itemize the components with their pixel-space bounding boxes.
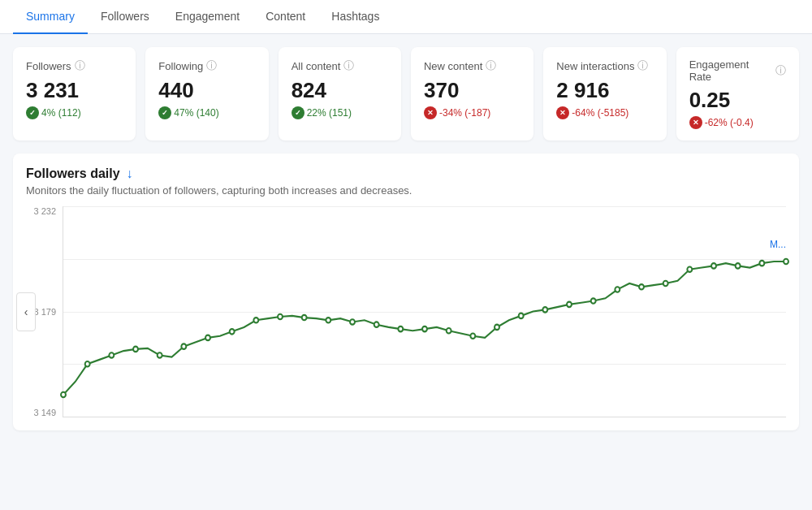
svg-point-16 [422,326,427,331]
svg-point-4 [133,347,138,352]
chart-title-row: Followers daily ↓ [26,166,786,181]
metric-value-followers: 3 231 [26,78,123,103]
svg-point-15 [398,326,403,331]
metric-value-new-content: 370 [424,78,520,103]
svg-point-27 [687,267,692,272]
svg-point-5 [158,352,162,357]
change-indicator-engagement-rate: ✕ [689,116,702,129]
svg-point-24 [615,287,620,292]
svg-point-20 [519,313,524,318]
info-icon-new-content[interactable]: ⓘ [486,58,496,73]
svg-point-9 [253,318,258,322]
download-icon[interactable]: ↓ [127,166,133,181]
tab-summary[interactable]: Summary [13,0,88,34]
metric-label-new-interactions: New interactions ⓘ [556,58,653,73]
tab-engagement[interactable]: Engagement [162,0,253,34]
svg-point-21 [542,307,547,312]
tab-hashtags[interactable]: Hashtags [318,0,392,34]
metric-card-all-content: All content ⓘ 824 ✓ 22% (151) [279,47,401,140]
metric-card-new-content: New content ⓘ 370 ✕ -34% (-187) [411,47,533,140]
svg-point-28 [711,263,716,268]
chart-description: Monitors the daily fluctuation of follow… [26,184,786,197]
metric-label-new-content: New content ⓘ [424,58,520,73]
svg-point-23 [591,299,596,304]
info-icon-engagement-rate[interactable]: ⓘ [775,63,786,78]
svg-point-18 [470,334,475,339]
metric-card-new-interactions: New interactions ⓘ 2 916 ✕ -64% (-5185) [543,47,666,140]
page-wrapper: Summary Followers Engagement Content Has… [0,0,812,510]
change-indicator-all-content: ✓ [292,106,304,119]
metric-value-following: 440 [158,78,255,103]
metrics-row: Followers ⓘ 3 231 ✓ 4% (112) Following ⓘ… [0,34,812,147]
metric-label-all-content: All content ⓘ [292,58,388,73]
info-icon-followers[interactable]: ⓘ [75,58,85,73]
chart-title: Followers daily [26,166,120,181]
tabs-nav: Summary Followers Engagement Content Has… [0,0,812,34]
svg-point-25 [639,284,644,289]
info-icon-following[interactable]: ⓘ [206,58,217,73]
svg-point-26 [663,281,668,286]
metric-value-all-content: 824 [292,78,388,103]
chart-nav-prev[interactable]: ‹ [16,292,36,331]
change-indicator-followers: ✓ [26,106,39,119]
chart-section: Followers daily ↓ Monitors the daily flu… [13,153,799,430]
metric-change-new-interactions: ✕ -64% (-5185) [556,106,653,119]
svg-point-11 [302,315,307,320]
svg-point-8 [230,329,235,334]
svg-point-2 [85,361,90,366]
metric-label-following: Following ⓘ [158,58,255,73]
metric-label-engagement-rate: Engagement Rate ⓘ [689,58,786,83]
chart-inner: 3 232 3 179 3 149 [26,206,786,417]
info-icon-all-content[interactable]: ⓘ [343,58,354,73]
metric-card-following: Following ⓘ 440 ✓ 47% (140) [145,47,268,140]
svg-point-29 [736,263,741,268]
svg-point-14 [374,322,379,327]
metric-value-engagement-rate: 0.25 [689,88,786,113]
metric-change-followers: ✓ 4% (112) [26,106,123,119]
svg-point-22 [567,302,572,307]
svg-point-19 [495,325,499,330]
y-label-mid: 3 179 [33,307,56,317]
change-indicator-new-content: ✕ [424,106,437,119]
metric-change-all-content: ✓ 22% (151) [292,106,388,119]
svg-point-10 [278,314,283,319]
svg-point-17 [447,328,451,333]
metric-change-engagement-rate: ✕ -62% (-0.4) [689,116,786,129]
tab-followers[interactable]: Followers [88,0,162,34]
metric-change-new-content: ✕ -34% (-187) [424,106,520,119]
svg-point-31 [784,259,788,264]
svg-point-3 [109,352,114,357]
metric-card-followers: Followers ⓘ 3 231 ✓ 4% (112) [13,47,136,140]
svg-point-6 [181,344,186,349]
change-indicator-new-interactions: ✕ [556,106,569,119]
metric-label-followers: Followers ⓘ [26,58,123,73]
info-icon-new-interactions[interactable]: ⓘ [637,58,648,73]
line-chart-svg [63,206,786,417]
metric-change-following: ✓ 47% (140) [158,106,255,119]
chart-container: ‹ M... 3 232 3 179 3 149 [26,206,786,417]
change-indicator-following: ✓ [158,106,171,119]
tab-content[interactable]: Content [253,0,318,34]
chart-plot [63,206,786,417]
svg-point-7 [205,335,210,340]
svg-point-1 [61,392,66,397]
svg-rect-0 [63,206,786,417]
metric-card-engagement-rate: Engagement Rate ⓘ 0.25 ✕ -62% (-0.4) [676,47,799,140]
y-label-bottom: 3 149 [33,408,56,417]
y-label-top: 3 232 [33,206,56,216]
svg-point-13 [350,319,355,324]
metric-value-new-interactions: 2 916 [556,78,653,103]
svg-point-12 [326,318,330,322]
svg-point-30 [759,261,764,266]
